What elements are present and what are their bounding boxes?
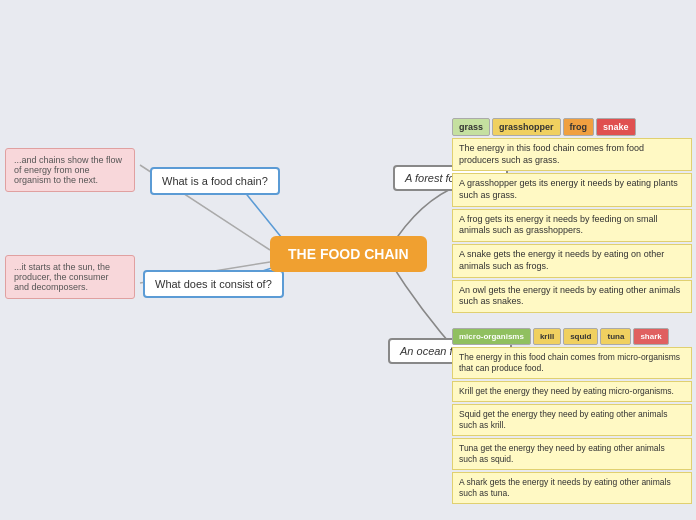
header-shark: shark <box>633 328 668 345</box>
header-grasshopper: grasshopper <box>492 118 561 136</box>
forest-info-2: A frog gets its energy it needs by feedi… <box>452 209 692 242</box>
forest-info-1: A grasshopper gets its energy it needs b… <box>452 173 692 206</box>
forest-headers: grass grasshopper frog snake <box>452 118 692 136</box>
left-text-1: ...and chains show the flow of energy fr… <box>5 148 135 192</box>
forest-info-4: An owl gets the energy it needs by eatin… <box>452 280 692 313</box>
header-grass: grass <box>452 118 490 136</box>
forest-chain-area: grass grasshopper frog snake The energy … <box>452 118 692 315</box>
center-node[interactable]: THE FOOD CHAIN <box>270 236 427 272</box>
header-micro: micro-organisms <box>452 328 531 345</box>
left-text-2: ...it starts at the sun, the producer, t… <box>5 255 135 299</box>
header-tuna: tuna <box>600 328 631 345</box>
ocean-info-4: A shark gets the energy it needs by eati… <box>452 472 692 504</box>
question-node-1[interactable]: What is a food chain? <box>150 167 280 195</box>
header-frog: frog <box>563 118 595 136</box>
header-squid: squid <box>563 328 598 345</box>
ocean-info-0: The energy in this food chain comes from… <box>452 347 692 379</box>
ocean-info-1: Krill get the energy they need by eating… <box>452 381 692 402</box>
ocean-headers: micro-organisms krill squid tuna shark <box>452 328 692 345</box>
ocean-info-3: Tuna get the energy they need by eating … <box>452 438 692 470</box>
ocean-chain-area: micro-organisms krill squid tuna shark T… <box>452 328 692 506</box>
header-snake: snake <box>596 118 636 136</box>
question-node-2[interactable]: What does it consist of? <box>143 270 284 298</box>
header-krill: krill <box>533 328 561 345</box>
ocean-info-2: Squid get the energy they need by eating… <box>452 404 692 436</box>
forest-info-0: The energy in this food chain comes from… <box>452 138 692 171</box>
forest-info-3: A snake gets the energy it needs by eati… <box>452 244 692 277</box>
